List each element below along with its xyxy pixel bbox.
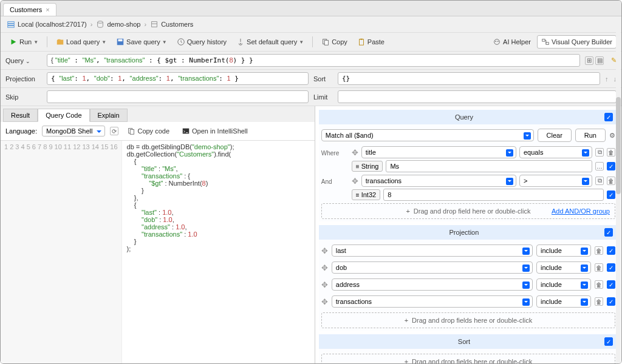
svg-rect-20 [131, 129, 134, 134]
value-input[interactable]: 8 [383, 189, 604, 201]
clear-button[interactable]: Clear [538, 129, 572, 142]
vqb-query-header: Query [324, 113, 604, 121]
operator-select[interactable]: equals [519, 146, 592, 158]
mode-select[interactable]: include [536, 261, 591, 274]
projection-enabled-checkbox[interactable]: ✓ [604, 228, 613, 237]
add-group-link[interactable]: Add AND/OR group [552, 207, 610, 215]
limit-label: Limit [313, 93, 333, 101]
projection-input[interactable]: { "last": 1, "dob": 1, "address": 1, "tr… [47, 72, 309, 85]
svg-rect-1 [8, 24, 15, 25]
breadcrumb-host[interactable]: Local (localhost:27017) [7, 20, 87, 29]
skip-input[interactable] [47, 90, 309, 103]
copy-icon[interactable]: ⧉ [595, 177, 604, 185]
proj-enabled-checkbox[interactable]: ✓ [607, 263, 615, 272]
save-query-button[interactable]: Save query▼ [112, 36, 171, 48]
ai-helper-button[interactable]: AI Helper [489, 36, 535, 48]
sort-input[interactable]: {} [338, 72, 600, 85]
code-text: db = db.getSiblingDB("demo-shop"); db.ge… [122, 141, 239, 364]
mode-select[interactable]: include [536, 278, 591, 291]
field-select[interactable]: transactions [361, 175, 516, 187]
field-select[interactable]: title [361, 146, 516, 158]
vqb-projection-header: Projection [324, 229, 604, 236]
query-enabled-checkbox[interactable]: ✓ [604, 113, 613, 121]
svg-rect-11 [324, 40, 328, 45]
breadcrumb-collection[interactable]: Customers [150, 20, 193, 29]
drag-handle-icon[interactable]: ✥ [321, 297, 328, 306]
language-select[interactable]: MongoDB Shell [42, 126, 105, 136]
more-icon[interactable]: … [595, 162, 604, 170]
drop-zone[interactable]: + Drag and drop fields here or double-cl… [321, 312, 615, 328]
language-label: Language: [5, 127, 37, 135]
type-tag[interactable]: ≡ Int32 [352, 189, 380, 200]
trash-icon[interactable]: 🗑 [607, 148, 615, 157]
open-intellishell-button[interactable]: Open in IntelliShell [178, 125, 251, 137]
proj-enabled-checkbox[interactable]: ✓ [607, 297, 615, 306]
drop-zone[interactable]: + Drag and drop fields here or double-cl… [321, 354, 615, 364]
scrollbar-thumb[interactable] [616, 97, 621, 194]
drag-handle-icon[interactable]: ✥ [321, 246, 328, 255]
svg-rect-18 [546, 42, 549, 45]
proj-enabled-checkbox[interactable]: ✓ [607, 246, 615, 255]
drag-handle-icon[interactable]: ✥ [352, 177, 358, 186]
query-input[interactable]: { "title" : "Ms", "transactions" : { $gt… [47, 54, 580, 67]
where-label: Where [321, 146, 349, 157]
proj-enabled-checkbox[interactable]: ✓ [607, 280, 615, 289]
mode-select[interactable]: include [536, 295, 591, 308]
toolbar: Run▼ Load query▼ Save query▼ Query histo… [1, 33, 621, 52]
drag-handle-icon[interactable]: ✥ [321, 280, 328, 289]
copy-code-button[interactable]: Copy code [123, 125, 173, 137]
svg-point-15 [495, 41, 496, 42]
and-label: And [321, 175, 349, 185]
drag-handle-icon[interactable]: ✥ [321, 263, 328, 272]
tab-customers[interactable]: Customers × [3, 3, 56, 16]
trash-icon[interactable]: 🗑 [595, 263, 603, 272]
svg-point-14 [494, 39, 500, 45]
visual-query-builder-button[interactable]: Visual Query Builder [537, 35, 617, 49]
sort-asc-icon[interactable]: ↑ [605, 75, 609, 83]
field-select[interactable]: address [332, 278, 533, 291]
cond-enabled-checkbox[interactable]: ✓ [607, 162, 615, 170]
run-button[interactable]: Run▼ [5, 36, 42, 48]
operator-select[interactable]: > [519, 175, 592, 187]
mode-select[interactable]: include [536, 244, 591, 257]
run-button[interactable]: Run [575, 129, 606, 142]
drag-handle-icon[interactable]: ✥ [352, 148, 358, 157]
value-input[interactable]: Ms [386, 160, 592, 172]
sort-enabled-checkbox[interactable]: ✓ [604, 337, 613, 346]
breadcrumb-db[interactable]: demo-shop [96, 20, 140, 29]
code-editor[interactable]: 1 2 3 4 5 6 7 8 9 10 11 12 13 14 15 16 d… [1, 141, 315, 364]
cond-enabled-checkbox[interactable]: ✓ [607, 190, 615, 199]
field-select[interactable]: last [332, 244, 533, 257]
type-tag[interactable]: ≡ String [352, 161, 383, 172]
trash-icon[interactable]: 🗑 [595, 297, 603, 306]
scrollbar[interactable] [616, 18, 621, 363]
limit-input[interactable] [338, 90, 617, 103]
trash-icon[interactable]: 🗑 [607, 177, 615, 185]
field-select[interactable]: dob [332, 261, 533, 274]
skip-label: Skip [5, 93, 42, 101]
query-opt2-icon[interactable]: ▤ [595, 56, 604, 65]
copy-icon[interactable]: ⧉ [595, 148, 604, 157]
copy-button[interactable]: Copy [318, 36, 351, 48]
tab-result[interactable]: Result [3, 109, 38, 122]
match-select[interactable]: Match all ($and) [321, 129, 534, 141]
chevron-right-icon: › [91, 21, 93, 28]
load-query-button[interactable]: Load query▼ [52, 36, 110, 48]
query-row: Query ⌄ { "title" : "Ms", "transactions"… [1, 52, 621, 70]
refresh-icon[interactable]: ⟳ [110, 127, 118, 135]
trash-icon[interactable]: 🗑 [595, 246, 603, 255]
trash-icon[interactable]: 🗑 [595, 280, 603, 289]
close-icon[interactable]: × [46, 6, 49, 13]
tab-explain[interactable]: Explain [90, 109, 128, 122]
svg-rect-13 [360, 39, 363, 40]
query-opt1-icon[interactable]: ⊞ [585, 56, 593, 65]
set-default-query-button[interactable]: Set default query▼ [233, 36, 307, 48]
result-tabs: Result Query Code Explain [1, 106, 315, 122]
paste-button[interactable]: Paste [354, 36, 388, 48]
svg-point-9 [240, 43, 241, 44]
gear-icon[interactable]: ⚙ [609, 132, 615, 140]
field-select[interactable]: transactions [332, 295, 533, 308]
drop-zone[interactable]: + Drag and drop field here or double-cli… [321, 203, 615, 219]
tab-query-code[interactable]: Query Code [38, 109, 89, 122]
query-history-button[interactable]: Query history [173, 36, 230, 48]
